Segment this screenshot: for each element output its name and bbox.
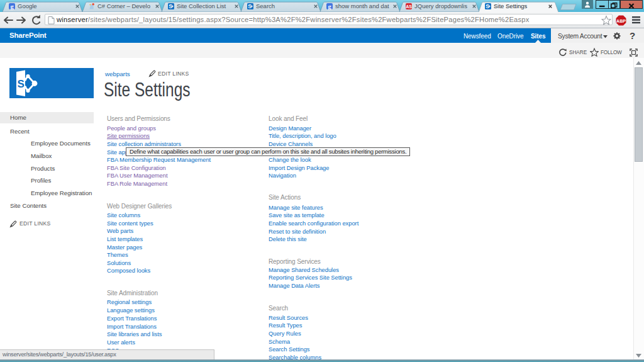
svg-text:AS: AS bbox=[406, 4, 412, 9]
svg-text:S: S bbox=[248, 3, 252, 9]
svg-text:Site Collection List: Site Collection List bbox=[177, 3, 226, 9]
svg-text:Site Settings: Site Settings bbox=[494, 3, 528, 9]
svg-text:S: S bbox=[486, 3, 489, 9]
svg-text:Google: Google bbox=[18, 3, 37, 9]
svg-text:S: S bbox=[18, 78, 25, 90]
svg-text:g: g bbox=[10, 3, 14, 10]
svg-text:Search: Search bbox=[256, 3, 275, 9]
svg-text:g: g bbox=[328, 3, 331, 10]
svg-text:ABP: ABP bbox=[616, 19, 626, 23]
svg-text:S: S bbox=[169, 3, 172, 9]
svg-text:show month and dat: show month and dat bbox=[335, 3, 389, 9]
svg-text:C# Corner – Develo: C# Corner – Develo bbox=[97, 3, 150, 9]
svg-text:JQuery dropdownlis: JQuery dropdownlis bbox=[414, 3, 467, 9]
